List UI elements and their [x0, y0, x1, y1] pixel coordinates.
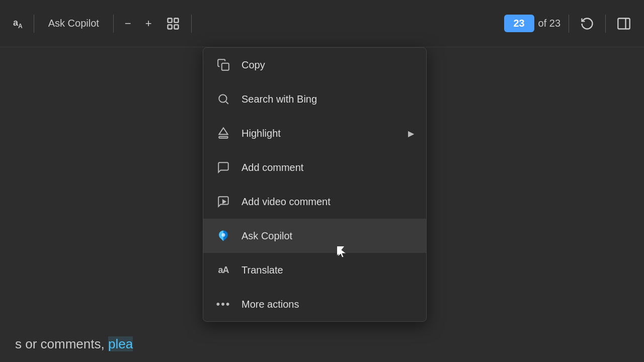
menu-item-more-actions[interactable]: ••• More actions — [203, 287, 426, 321]
content-text: s or comments, plea — [15, 336, 133, 352]
undo-icon — [580, 17, 594, 31]
content-text-highlight: plea — [108, 336, 133, 351]
copilot-icon — [215, 228, 231, 244]
menu-item-ask-copilot[interactable]: Ask Copilot — [203, 219, 426, 253]
search-bing-label: Search with Bing — [242, 94, 414, 105]
fit-page-icon — [166, 17, 180, 31]
ask-copilot-label: Ask Copilot — [242, 230, 414, 242]
undo-button[interactable] — [577, 14, 597, 34]
menu-item-add-comment[interactable]: Add comment — [203, 150, 426, 185]
translate-label: Translate — [242, 264, 414, 276]
content-text-before: s or comments, — [15, 336, 108, 351]
more-actions-label: More actions — [242, 299, 414, 310]
context-menu: Copy Search with Bing Highlight ▶ Add — [203, 47, 427, 322]
toolbar-separator-3 — [191, 15, 192, 33]
zoom-out-button[interactable]: − — [122, 14, 134, 33]
toolbar: aA Ask Copilot − + 23 of 23 — [0, 0, 644, 47]
svg-rect-6 — [222, 63, 229, 70]
panel-button[interactable] — [614, 14, 634, 34]
fit-page-button[interactable] — [163, 14, 183, 34]
translate-button[interactable]: aA — [10, 15, 26, 33]
highlight-icon — [215, 125, 231, 141]
toolbar-separator-4 — [569, 15, 569, 33]
toolbar-separator-1 — [34, 15, 34, 33]
svg-rect-0 — [168, 18, 172, 22]
svg-rect-4 — [618, 18, 629, 29]
zoom-in-icon: + — [145, 17, 152, 30]
svg-rect-1 — [174, 18, 178, 22]
panel-icon — [617, 17, 631, 31]
highlight-label: Highlight — [242, 128, 398, 139]
toolbar-separator-2 — [113, 15, 114, 33]
zoom-in-button[interactable]: + — [142, 14, 155, 33]
menu-item-translate[interactable]: aA Translate — [203, 253, 426, 287]
add-comment-icon — [215, 159, 231, 175]
svg-rect-3 — [174, 25, 178, 29]
page-of-label: of 23 — [538, 18, 560, 29]
svg-point-7 — [219, 95, 226, 102]
copy-icon — [215, 57, 231, 73]
svg-rect-9 — [219, 137, 227, 138]
highlight-submenu-arrow: ▶ — [408, 129, 414, 138]
menu-item-highlight[interactable]: Highlight ▶ — [203, 116, 426, 150]
more-actions-icon: ••• — [215, 296, 231, 312]
menu-item-search-bing[interactable]: Search with Bing — [203, 82, 426, 116]
menu-item-add-video-comment[interactable]: Add video comment — [203, 185, 426, 219]
copy-label: Copy — [242, 59, 414, 71]
toolbar-separator-5 — [605, 15, 606, 33]
add-comment-label: Add comment — [242, 162, 414, 173]
ask-copilot-button[interactable]: Ask Copilot — [42, 15, 105, 32]
page-controls: 23 of 23 — [504, 15, 560, 32]
menu-item-copy[interactable]: Copy — [203, 48, 426, 82]
add-video-comment-icon — [215, 194, 231, 210]
zoom-out-icon: − — [125, 17, 131, 30]
translate-icon: aA — [215, 262, 231, 278]
svg-rect-2 — [168, 25, 172, 29]
add-video-comment-label: Add video comment — [242, 196, 414, 208]
search-icon — [215, 91, 231, 107]
ask-copilot-label: Ask Copilot — [48, 18, 99, 29]
svg-marker-10 — [223, 200, 225, 204]
page-number[interactable]: 23 — [504, 15, 534, 32]
svg-line-8 — [226, 102, 228, 104]
